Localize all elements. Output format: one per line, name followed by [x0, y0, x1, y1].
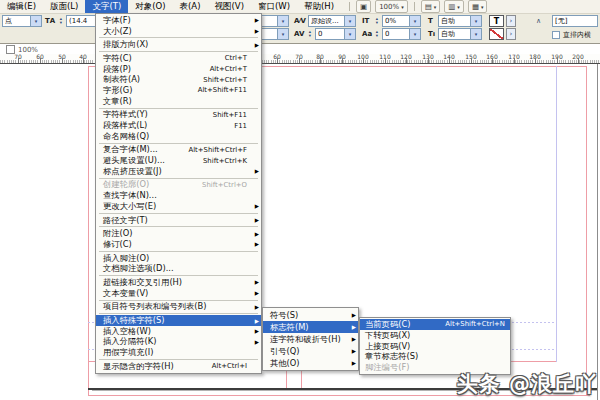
tracking-combo[interactable]: 0 ▾ — [315, 28, 356, 40]
arrange-documents-icon: ▦ — [472, 1, 479, 12]
more-options-button-1[interactable]: › — [506, 15, 516, 27]
menu-item[interactable]: 避头尾设置(U)...Shift+Ctrl+K — [96, 155, 261, 166]
menubar-item[interactable]: 文字(T) — [85, 0, 128, 13]
menubar-item[interactable]: 表(A) — [173, 0, 208, 13]
vertical-in-horizontal-checkbox[interactable] — [552, 31, 560, 39]
arrange-documents-button[interactable]: ▦ ▾ — [468, 0, 488, 13]
menu-item[interactable]: 当前页码(C)Alt+Shift+Ctrl+N — [360, 319, 510, 330]
menu-item[interactable]: 文本变量(V)▶ — [96, 288, 261, 299]
menu-item-label: 文档脚注选项(D)... — [103, 263, 174, 274]
menu-item[interactable]: 下转页码(X) — [360, 330, 510, 341]
menu-item[interactable]: 标点挤压设置(J)▶ — [96, 166, 261, 177]
menu-item-shortcut: Shift+Ctrl+K — [195, 157, 247, 165]
menu-item[interactable]: 其他(O)▶ — [263, 357, 358, 369]
menubar-item[interactable]: 编辑(E) — [0, 0, 43, 13]
menu-item-label: 当前页码(C) — [365, 319, 410, 330]
menu-item[interactable]: 插入分隔符(K)▶ — [96, 337, 261, 348]
menu-item[interactable]: 字体(F)▶ — [96, 15, 261, 26]
menu-item-shortcut: Alt+Shift+Ctrl+N — [437, 320, 505, 328]
menu-item[interactable]: 插入脚注(O) — [96, 253, 261, 264]
menu-item[interactable]: 大小(Z)▶ — [96, 26, 261, 37]
menu-item[interactable]: 更改大小写(E)▶ — [96, 201, 261, 212]
menu-item[interactable]: 命名网格(Q) — [96, 131, 261, 142]
menu-item[interactable]: 字形(G)Alt+Shift+F11 — [96, 85, 261, 96]
menu-item[interactable]: 连字符和破折号(H)▶ — [263, 333, 358, 345]
menu-item[interactable]: 文章(R) — [96, 96, 261, 107]
menu-item[interactable]: 排版方向(X)▶ — [96, 39, 261, 50]
menu-item[interactable]: 字符样式(Y)Shift+F11 — [96, 110, 261, 121]
menu-item[interactable]: 段落样式(L)F11 — [96, 120, 261, 131]
submenu-arrow-icon: ▶ — [255, 241, 259, 247]
menu-item-label: 插入特殊字符(S) — [103, 315, 165, 326]
collapse-panel-button[interactable]: ∧ — [536, 15, 541, 27]
menu-item[interactable]: 插入空格(W)▶ — [96, 326, 261, 337]
font-size-value: 点 — [3, 16, 30, 26]
menubar-item[interactable]: 窗口(W) — [251, 0, 297, 13]
menu-item[interactable]: 段落(P)Alt+Ctrl+T — [96, 64, 261, 75]
stepper-down-icon: ▾ — [376, 34, 378, 38]
more-options-button-2[interactable]: › — [506, 28, 516, 40]
submenu-arrow-icon: ▶ — [255, 168, 259, 174]
menu-item[interactable]: 字符(C)Ctrl+T — [96, 53, 261, 64]
menu-item[interactable]: 附注(O)▶ — [96, 228, 261, 239]
divider — [349, 2, 350, 11]
menu-item[interactable]: 标志符(M)▶ — [263, 321, 358, 333]
character-style-combo[interactable]: [无] — [552, 15, 598, 27]
stroke-none-button[interactable] — [489, 28, 504, 40]
menu-item[interactable]: 修订(C)▶ — [96, 239, 261, 250]
dropdown-arrow-icon: ▾ — [277, 29, 288, 39]
leading-icon: ΤA — [45, 15, 55, 27]
menu-item[interactable]: 路径文字(T)▶ — [96, 215, 261, 226]
char-scale-combo[interactable]: 0% ▾ — [382, 15, 421, 27]
submenu-arrow-icon: ▶ — [255, 304, 259, 310]
text-color-button[interactable]: T — [489, 15, 504, 27]
leading-stepper[interactable]: ▴ ▾ — [57, 15, 65, 27]
kerning-combo[interactable]: 原始设... ▾ — [308, 15, 356, 27]
screen-mode-button[interactable]: ▥ ▾ — [444, 0, 464, 13]
menu-item-label: 查找字体(N)... — [103, 190, 157, 201]
right-margin-guide — [556, 66, 557, 362]
menu-item[interactable]: 制表符(A)Shift+Ctrl+T — [96, 74, 261, 85]
menubar-item[interactable]: 版面(L) — [43, 0, 85, 13]
menu-item-shortcut: Shift+Ctrl+O — [194, 181, 247, 189]
ruler-edge — [0, 63, 600, 64]
char-scale-stepper[interactable]: ▴ ▾ — [373, 15, 381, 27]
menu-item[interactable]: 插入特殊字符(S)▶ — [96, 315, 261, 326]
zoom-level-combo[interactable]: 100% ▾ — [375, 0, 408, 13]
menu-item[interactable]: 创建轮廓(O)Shift+Ctrl+O — [96, 180, 261, 191]
menubar-item[interactable]: 视图(V) — [208, 0, 251, 13]
menu-item-label: 创建轮廓(O) — [103, 179, 149, 190]
menu-item[interactable]: 上接页码(V) — [360, 341, 510, 352]
view-options-button[interactable]: ▤ ▾ — [421, 0, 441, 13]
menu-item[interactable]: 用假字填充(I) — [96, 347, 261, 358]
menu-item-label: 排版方向(X) — [103, 39, 148, 50]
menu-item[interactable]: 查找字体(N)... — [96, 190, 261, 201]
zoom-indicator[interactable]: 100% — [6, 45, 38, 54]
menu-item[interactable]: 文档脚注选项(D)... — [96, 263, 261, 274]
menu-item[interactable]: 章节标志符(S) — [360, 351, 510, 362]
dropdown-arrow-icon: ▾ — [434, 4, 437, 10]
bleed-right-guide — [586, 66, 587, 396]
font-size-combo[interactable]: 点 ▾ — [2, 15, 42, 27]
app-bar-tools: ▣ 100% ▾ ▤ ▾ ▥ ▾ ▦ ▾ — [345, 0, 489, 13]
text-color-icon: T — [494, 17, 499, 26]
menu-item[interactable]: 复合字体(M)...Alt+Shift+Ctrl+F — [96, 145, 261, 156]
menu-item-label: 制表符(A) — [103, 74, 140, 85]
menu-separator — [99, 251, 258, 252]
menu-item-label: 修订(C) — [103, 239, 132, 250]
grid-combo-1[interactable]: 自动 ▾ — [438, 15, 482, 27]
menu-item[interactable]: 显示隐含的字符(H)Alt+Ctrl+I — [96, 361, 261, 372]
grid-combo-2[interactable]: 自动 ▾ — [438, 28, 482, 40]
menu-item[interactable]: 符号(S)▶ — [263, 309, 358, 321]
bridge-button[interactable]: ▣ — [356, 0, 371, 13]
baseline-shift-combo[interactable]: 0 ▾ — [382, 28, 421, 40]
menu-item[interactable]: 引号(Q)▶ — [263, 345, 358, 357]
view-options-icon: ▤ — [425, 1, 432, 12]
menubar-item[interactable]: 帮助(H) — [297, 0, 341, 13]
tracking-stepper[interactable]: ▴ ▾ — [306, 28, 314, 40]
menu-item[interactable]: 项目符号列表和编号列表(B)▶ — [96, 302, 261, 313]
menu-item[interactable]: 超链接和交叉引用(H)▶ — [96, 277, 261, 288]
dropdown-arrow-icon: ▾ — [30, 16, 41, 26]
baseline-shift-stepper[interactable]: ▴ ▾ — [373, 28, 381, 40]
menubar-item[interactable]: 对象(O) — [128, 0, 172, 13]
